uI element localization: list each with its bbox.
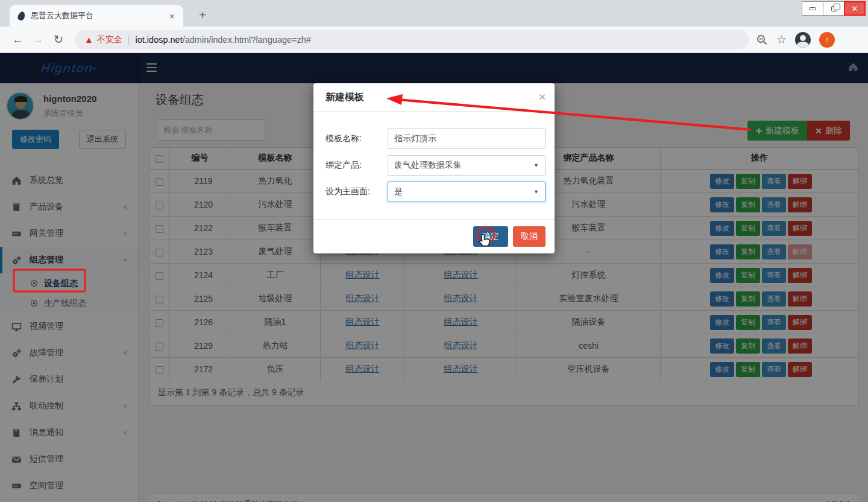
not-secure-icon: ▲: [84, 34, 93, 45]
tab-close-icon[interactable]: ×: [167, 11, 177, 21]
browser-update-icon[interactable]: ↑: [819, 32, 835, 48]
bind-product-label: 绑定产品:: [326, 160, 388, 171]
back-button[interactable]: ←: [7, 33, 28, 46]
browser-profile-icon[interactable]: [795, 32, 811, 48]
restore-button[interactable]: [823, 1, 844, 16]
browser-toolbar: ← → ↻ ▲ 不安全 | iot.idosp.net/admin/index.…: [0, 27, 868, 53]
new-tab-button[interactable]: +: [194, 7, 211, 24]
minimize-button[interactable]: [802, 1, 823, 16]
restore-icon: [831, 6, 837, 11]
new-template-modal: 新建模板 × 模板名称: 绑定产品: 废气处理数据采集 ▼ 设为主画面: 是 ▼: [313, 83, 555, 253]
bookmark-star-icon[interactable]: ☆: [776, 33, 787, 46]
modal-close-icon[interactable]: ×: [539, 91, 546, 104]
tab-title: 思普云大数据平台: [31, 10, 167, 21]
reload-button[interactable]: ↻: [48, 33, 69, 46]
forward-button[interactable]: →: [28, 33, 48, 46]
window-controls: ✕: [802, 1, 866, 16]
url-path: /admin/index.html?language=zh#: [183, 35, 311, 45]
page-zoom-icon[interactable]: [756, 34, 768, 46]
minimize-icon: [809, 7, 816, 10]
browser-tab[interactable]: 思普云大数据平台 ×: [10, 5, 183, 27]
chevron-down-icon: ▼: [533, 162, 539, 168]
browser-chrome: 思普云大数据平台 × + ✕ ← → ↻ ▲ 不安全 | iot.idosp.n…: [0, 0, 868, 53]
not-secure-label[interactable]: 不安全: [97, 34, 122, 45]
cancel-button[interactable]: 取消: [513, 226, 546, 247]
address-bar[interactable]: ▲ 不安全 | iot.idosp.net/admin/index.html?l…: [75, 30, 749, 49]
modal-title: 新建模板: [326, 91, 539, 104]
url-host: iot.idosp.net: [136, 35, 183, 45]
template-name-label: 模板名称:: [326, 133, 388, 144]
confirm-button[interactable]: 确定: [473, 226, 508, 247]
chevron-down-icon: ▼: [533, 189, 539, 195]
url-separator: |: [128, 35, 130, 45]
app-window: Hignton ⌁ hignton2020 系统管理员 修改密码 退出系统 系统…: [0, 53, 868, 502]
tab-strip: 思普云大数据平台 × + ✕: [0, 0, 868, 27]
tab-favicon: [17, 11, 26, 21]
main-screen-select[interactable]: 是 ▼: [388, 182, 546, 202]
template-name-input[interactable]: [388, 129, 546, 149]
close-window-button[interactable]: ✕: [844, 1, 866, 16]
main-screen-label: 设为主画面:: [326, 186, 388, 197]
bind-product-select[interactable]: 废气处理数据采集 ▼: [388, 155, 546, 176]
